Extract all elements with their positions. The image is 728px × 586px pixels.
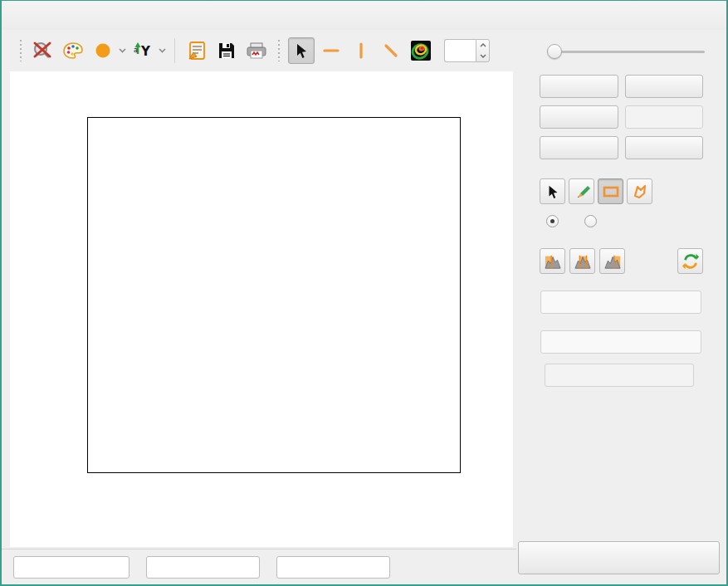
- axes-scale-icon[interactable]: Y a: [130, 38, 155, 63]
- select-tool-button[interactable]: [540, 178, 565, 204]
- load-button[interactable]: [540, 136, 618, 159]
- histogram-below-icon: [544, 253, 562, 270]
- polygon-tool-button[interactable]: [627, 178, 652, 204]
- palette-icon[interactable]: [61, 38, 86, 63]
- polygon-icon: [632, 183, 648, 200]
- unzoom-icon[interactable]: [31, 38, 56, 63]
- line-width-spinner: [444, 39, 490, 62]
- diagonal-line-button[interactable]: [378, 37, 404, 64]
- spinner-up-icon[interactable]: [476, 40, 489, 51]
- vertical-line-button[interactable]: [348, 37, 374, 64]
- histogram-between-icon: [574, 253, 592, 270]
- save-figure-icon[interactable]: [214, 38, 239, 63]
- max-field[interactable]: [540, 330, 701, 354]
- pointer-icon: [545, 184, 560, 199]
- toolbar-drag-handle-2[interactable]: [278, 40, 280, 61]
- x-coordinate-field[interactable]: [13, 556, 129, 579]
- mask-opacity-slider[interactable]: [547, 44, 705, 59]
- min-field[interactable]: [540, 291, 701, 314]
- unmask-radio[interactable]: [584, 215, 603, 227]
- symbol-style-chevron-icon[interactable]: [119, 48, 126, 53]
- colormap-icon[interactable]: [408, 38, 433, 63]
- svg-text:a: a: [134, 46, 138, 54]
- close-button[interactable]: [700, 7, 716, 24]
- rectangle-icon: [603, 185, 619, 198]
- print-icon[interactable]: [244, 38, 269, 63]
- app-window: Y a: [0, 0, 728, 586]
- spinner-down-icon[interactable]: [476, 51, 489, 61]
- pointer-select-button[interactable]: [288, 37, 315, 64]
- refresh-icon: [682, 252, 700, 271]
- pencil-icon: [574, 183, 590, 200]
- toolbar-separator: [174, 38, 175, 63]
- histogram-above-icon: [603, 253, 622, 270]
- minimize-button[interactable]: [672, 7, 688, 24]
- radio-off-icon: [584, 215, 597, 227]
- apply-mask-button[interactable]: [545, 364, 694, 387]
- redo-button[interactable]: [625, 105, 704, 129]
- toolbar: Y a: [2, 30, 516, 71]
- y-coordinate-field[interactable]: [146, 556, 260, 579]
- undo-button[interactable]: [540, 105, 618, 129]
- statusbar: [2, 549, 516, 585]
- axes-frame: [87, 117, 461, 473]
- clear-button[interactable]: [625, 75, 704, 98]
- horizontal-line-button[interactable]: [318, 37, 344, 64]
- slider-handle[interactable]: [547, 44, 562, 59]
- save-button[interactable]: [625, 136, 704, 159]
- line-width-input[interactable]: [444, 39, 476, 62]
- threshold-above-button[interactable]: [599, 248, 625, 274]
- symbol-style-icon[interactable]: [90, 38, 115, 63]
- slider-track[interactable]: [547, 51, 705, 53]
- left-column: Y a: [2, 30, 516, 585]
- toolbar-drag-handle[interactable]: [20, 40, 22, 61]
- svg-text:Y: Y: [140, 44, 151, 59]
- save-mask-quit-button[interactable]: [518, 541, 720, 574]
- pencil-tool-button[interactable]: [569, 178, 594, 204]
- data-value-field[interactable]: [276, 556, 390, 579]
- control-panel: [516, 30, 726, 585]
- titlebar: [2, 1, 726, 30]
- invert-button[interactable]: [540, 75, 618, 98]
- axes-scale-chevron-icon[interactable]: [159, 48, 166, 53]
- threshold-below-button[interactable]: [540, 248, 565, 274]
- threshold-between-button[interactable]: [569, 248, 595, 274]
- plot-area: [10, 71, 513, 547]
- radio-on-icon: [546, 215, 559, 227]
- mask-radio[interactable]: [546, 215, 564, 227]
- rectangle-tool-button[interactable]: [598, 178, 623, 204]
- copy-clipboard-icon[interactable]: [184, 38, 209, 63]
- threshold-refresh-button[interactable]: [677, 248, 703, 274]
